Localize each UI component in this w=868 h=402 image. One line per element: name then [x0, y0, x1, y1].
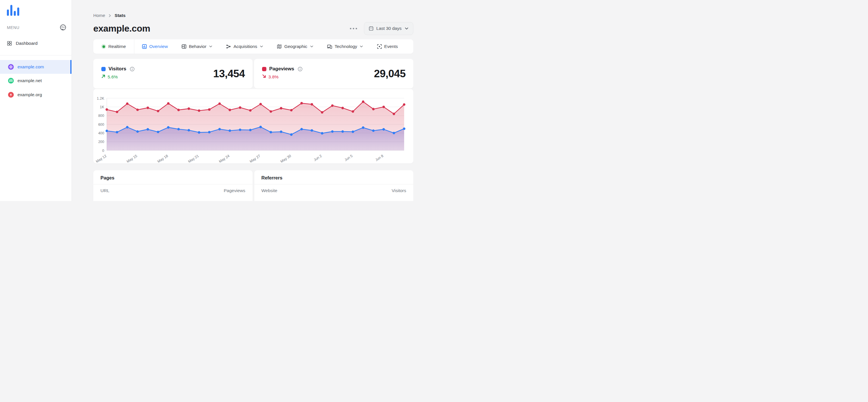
tab-acquisitions[interactable]: Acquisitions [226, 44, 263, 49]
grid-icon [7, 41, 12, 46]
svg-text:May 12: May 12 [95, 154, 107, 163]
app-logo-icon[interactable] [7, 5, 20, 16]
info-icon[interactable] [130, 67, 135, 71]
visitors-swatch [101, 67, 105, 71]
svg-text:400: 400 [98, 131, 104, 135]
share-branch-icon [226, 44, 231, 49]
tab-technology[interactable]: Technology [327, 44, 363, 49]
column-header-visitors: Visitors [392, 188, 406, 193]
chevron-right-icon [108, 14, 112, 18]
pageviews-swatch [262, 67, 267, 71]
svg-text:May 21: May 21 [187, 154, 199, 163]
header-actions: Last 30 days [349, 22, 413, 35]
trend-value: 5.6% [107, 74, 118, 80]
tab-events[interactable]: Events [377, 44, 398, 49]
page-title: example.com [93, 23, 150, 34]
trend-value: 3.8% [268, 74, 278, 80]
svg-text:Jun 8: Jun 8 [375, 154, 384, 162]
avatar-icon[interactable] [60, 24, 66, 31]
trend-down-icon [262, 74, 267, 80]
sidebar-site-example-com[interactable]: example.com [0, 60, 71, 74]
table-title: Referrers [254, 170, 414, 184]
focus-target-icon [377, 44, 382, 49]
svg-text:1K: 1K [100, 105, 104, 109]
more-options-icon[interactable] [349, 26, 358, 31]
chevron-down-icon [405, 27, 408, 30]
bolt-icon [8, 92, 14, 98]
site-label: example.com [18, 64, 44, 69]
pages-table-card: Pages URL Pageviews [93, 170, 253, 201]
tab-behavior[interactable]: Behavior [181, 44, 212, 49]
sidebar-item-dashboard[interactable]: Dashboard [0, 38, 71, 49]
sidebar-item-label: Dashboard [16, 41, 38, 46]
traffic-chart-card: 02004006008001K1.2KMay 12May 15May 18May… [93, 89, 413, 163]
svg-text:May 30: May 30 [280, 154, 292, 163]
visitors-value: 13,454 [213, 68, 245, 80]
bar-chart-icon [142, 44, 147, 49]
section-tabbar: Realtime Overview [93, 39, 413, 54]
date-range-label: Last 30 days [376, 26, 402, 31]
map-icon [277, 44, 282, 49]
pageviews-stat-card: Pageviews 3.8% 29,045 [254, 59, 413, 88]
tab-overview[interactable]: Overview [142, 44, 168, 49]
tab-realtime[interactable]: Realtime [101, 44, 126, 49]
svg-text:May 24: May 24 [218, 154, 230, 163]
tables-row: Pages URL Pageviews Referrers Website Vi… [93, 170, 413, 201]
sidebar-site-example-net[interactable]: example.net [0, 74, 71, 88]
column-header-url: URL [100, 188, 110, 193]
page-header: example.com Last 30 days [93, 22, 413, 35]
menu-header: MENU [7, 24, 66, 31]
svg-text:800: 800 [98, 114, 104, 118]
date-range-button[interactable]: Last 30 days [364, 22, 413, 35]
calendar-icon [369, 26, 374, 31]
svg-text:600: 600 [98, 123, 104, 127]
pageviews-value: 29,045 [374, 68, 406, 80]
svg-text:0: 0 [102, 149, 104, 153]
window-panel-icon [181, 44, 187, 49]
visitors-stat-card: Visitors 5.6% 13,454 [93, 59, 253, 88]
menu-label: MENU [7, 25, 20, 30]
stat-label: Visitors [108, 66, 126, 72]
devices-icon [327, 44, 332, 49]
referrers-table-card: Referrers Website Visitors [254, 170, 414, 201]
column-header-pageviews: Pageviews [224, 188, 245, 193]
sidebar-site-example-org[interactable]: example.org [0, 88, 71, 102]
sidebar: MENU Dashboard example.com [0, 0, 72, 201]
trend-up-icon [101, 74, 105, 80]
waves-icon [8, 78, 14, 84]
site-label: example.net [18, 78, 42, 83]
svg-text:May 15: May 15 [126, 154, 138, 163]
svg-text:May 27: May 27 [249, 154, 261, 163]
main-content: Home Stats example.com Last 30 days [72, 12, 434, 201]
svg-text:1.2K: 1.2K [97, 96, 104, 100]
chevron-down-icon [360, 45, 363, 48]
svg-text:Jun 2: Jun 2 [313, 154, 322, 162]
site-label: example.org [18, 92, 42, 97]
traffic-line-chart: 02004006008001K1.2KMay 12May 15May 18May… [93, 89, 413, 163]
table-title: Pages [93, 170, 253, 184]
chevron-down-icon [260, 45, 263, 48]
svg-text:May 18: May 18 [157, 154, 169, 163]
tab-geographic[interactable]: Geographic [277, 44, 313, 49]
breadcrumb: Home Stats [93, 12, 413, 19]
chevron-down-icon [209, 45, 212, 48]
chevron-down-icon [310, 45, 313, 48]
stat-label: Pageviews [269, 66, 294, 72]
svg-text:Jun 5: Jun 5 [344, 154, 353, 162]
clover-icon [8, 64, 14, 70]
svg-text:200: 200 [98, 140, 104, 144]
breadcrumb-home-link[interactable]: Home [93, 13, 105, 18]
info-icon[interactable] [298, 67, 303, 71]
stats-row: Visitors 5.6% 13,454 [93, 59, 413, 88]
column-header-website: Website [261, 188, 278, 193]
live-dot-icon [101, 44, 106, 49]
breadcrumb-current: Stats [115, 13, 125, 18]
